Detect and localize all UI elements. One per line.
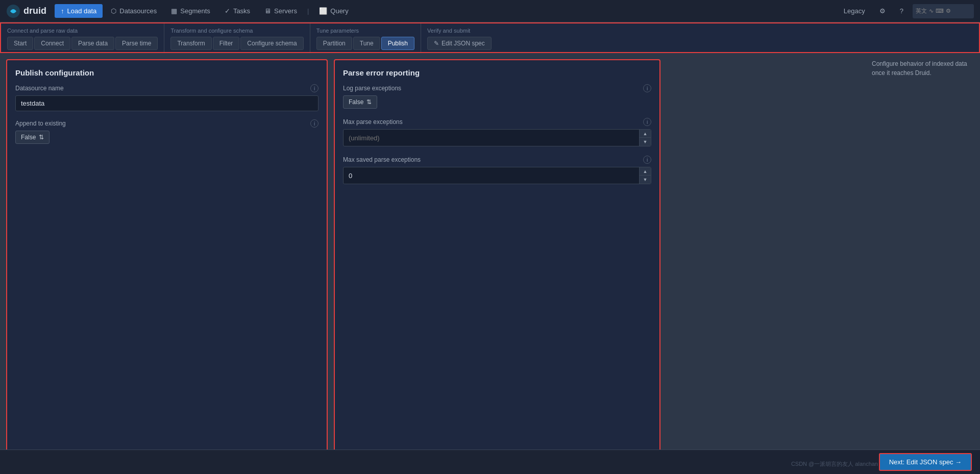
wizard-section-connect: Connect and parse raw data Start Connect… — [1, 23, 164, 52]
max-parse-exceptions-input-row: ▲ ▼ — [343, 129, 651, 146]
max-saved-parse-exceptions-info-icon[interactable]: i — [643, 156, 651, 164]
datasource-name-group: Datasource name i — [15, 84, 318, 111]
sidebar-help-text: Configure behavior of indexed data once … — [872, 60, 967, 77]
tab-transform[interactable]: Transform — [170, 37, 211, 50]
segments-icon: ▦ — [171, 7, 177, 15]
publish-config-panel: Publish configuration Datasource name i … — [6, 59, 328, 469]
max-saved-parse-exceptions-group: Max saved parse exceptions i ▲ ▼ — [343, 156, 651, 184]
max-parse-exceptions-down[interactable]: ▼ — [640, 138, 651, 146]
nav-load-data[interactable]: ↑ Load data — [55, 4, 103, 18]
nav-datasources[interactable]: ⬡ Datasources — [105, 4, 163, 18]
max-parse-exceptions-label-row: Max parse exceptions i — [343, 118, 651, 126]
max-parse-exceptions-input[interactable] — [344, 131, 639, 145]
ime-toolbar: 英文 ∿ ⌨ ⚙ — [913, 4, 974, 18]
log-parse-exceptions-chevron-icon: ⇅ — [366, 98, 372, 106]
max-parse-exceptions-up[interactable]: ▲ — [640, 130, 651, 138]
append-existing-info-icon[interactable]: i — [310, 119, 318, 128]
log-parse-exceptions-select[interactable]: False ⇅ — [343, 95, 377, 109]
max-saved-parse-exceptions-up[interactable]: ▲ — [640, 167, 651, 176]
wizard-section-title-1: Connect and parse raw data — [7, 28, 158, 34]
wizard-header: Connect and parse raw data Start Connect… — [0, 22, 980, 53]
wizard-section-tune: Tune parameters Partition Tune Publish — [310, 23, 421, 52]
wizard-tabs-2: Transform Filter Configure schema — [170, 37, 303, 50]
append-existing-group: Append to existing i False ⇅ — [15, 119, 318, 144]
tab-parse-data[interactable]: Parse data — [71, 37, 114, 50]
parse-error-title: Parse error reporting — [343, 68, 651, 77]
log-parse-exceptions-label: Log parse exceptions — [343, 85, 401, 92]
servers-icon: 🖥 — [264, 7, 271, 15]
max-saved-parse-exceptions-label-row: Max saved parse exceptions i — [343, 156, 651, 164]
bottom-bar: CSDN @一派胡言的友人 alanchan Next: Edit JSON s… — [0, 450, 980, 474]
help-button[interactable]: ? — [895, 5, 909, 17]
max-saved-parse-exceptions-down[interactable]: ▼ — [640, 176, 651, 184]
nav-items: ↑ Load data ⬡ Datasources ▦ Segments ✓ T… — [55, 4, 839, 18]
wizard-tabs-1: Start Connect Parse data Parse time — [7, 37, 158, 50]
log-parse-exceptions-value: False — [349, 98, 363, 106]
tab-start[interactable]: Start — [7, 37, 33, 50]
next-edit-json-button[interactable]: Next: Edit JSON spec → — [879, 453, 972, 471]
append-existing-chevron-icon: ⇅ — [39, 134, 44, 141]
max-saved-parse-exceptions-label: Max saved parse exceptions — [343, 156, 421, 163]
tab-publish[interactable]: Publish — [381, 37, 414, 50]
nav-segments[interactable]: ▦ Segments — [165, 4, 216, 18]
log-parse-exceptions-label-row: Log parse exceptions i — [343, 84, 651, 92]
datasources-icon: ⬡ — [111, 7, 116, 15]
append-existing-label: Append to existing — [15, 120, 66, 127]
upload-icon: ↑ — [61, 7, 64, 15]
nav-right: Legacy ⚙ ? 英文 ∿ ⌨ ⚙ — [839, 4, 974, 18]
wizard-tabs-3: Partition Tune Publish — [316, 37, 414, 50]
max-parse-exceptions-group: Max parse exceptions i ▲ ▼ — [343, 118, 651, 146]
nav-tasks[interactable]: ✓ Tasks — [218, 4, 256, 18]
max-saved-parse-exceptions-input-row: ▲ ▼ — [343, 167, 651, 184]
wizard-section-transform: Transform and configure schema Transform… — [164, 23, 310, 52]
wizard-section-verify: Verify and submit ✎ Edit JSON spec — [421, 23, 498, 52]
top-nav: druid ↑ Load data ⬡ Datasources ▦ Segmen… — [0, 0, 980, 22]
tab-partition[interactable]: Partition — [316, 37, 352, 50]
wizard-section-title-2: Transform and configure schema — [170, 28, 303, 34]
append-existing-label-row: Append to existing i — [15, 119, 318, 128]
wizard-section-title-3: Tune parameters — [316, 28, 414, 34]
append-existing-select[interactable]: False ⇅ — [15, 131, 50, 144]
max-parse-exceptions-label: Max parse exceptions — [343, 118, 403, 126]
tab-tune[interactable]: Tune — [353, 37, 380, 50]
datasource-name-info-icon[interactable]: i — [310, 84, 318, 92]
logo-text: druid — [23, 6, 46, 16]
nav-separator: | — [305, 7, 311, 15]
max-saved-parse-exceptions-input[interactable] — [344, 168, 639, 183]
log-parse-exceptions-group: Log parse exceptions i False ⇅ — [343, 84, 651, 109]
max-parse-exceptions-info-icon[interactable]: i — [643, 118, 651, 126]
help-icon: ? — [900, 7, 903, 15]
nav-servers[interactable]: 🖥 Servers — [258, 4, 303, 18]
datasource-name-label: Datasource name — [15, 85, 64, 92]
publish-config-title: Publish configuration — [15, 68, 318, 77]
datasource-name-label-row: Datasource name i — [15, 84, 318, 92]
max-parse-exceptions-spinners: ▲ ▼ — [639, 130, 651, 146]
tab-edit-json-spec[interactable]: ✎ Edit JSON spec — [427, 37, 492, 50]
tab-configure-schema[interactable]: Configure schema — [240, 37, 303, 50]
main-content: Publish configuration Datasource name i … — [0, 53, 980, 474]
wizard-section-title-4: Verify and submit — [427, 28, 492, 34]
wizard-tabs-4: ✎ Edit JSON spec — [427, 37, 492, 50]
datasource-name-input[interactable] — [15, 95, 318, 111]
log-parse-exceptions-info-icon[interactable]: i — [643, 84, 651, 92]
max-saved-parse-exceptions-spinners: ▲ ▼ — [639, 167, 651, 184]
edit-json-icon: ✎ — [434, 40, 439, 47]
settings-icon: ⚙ — [879, 7, 886, 15]
tab-filter[interactable]: Filter — [213, 37, 240, 50]
logo: druid — [6, 4, 46, 18]
legacy-button[interactable]: Legacy — [839, 5, 870, 17]
nav-query[interactable]: ⬜ Query — [313, 4, 354, 18]
settings-button[interactable]: ⚙ — [874, 5, 891, 17]
parse-error-panel: Parse error reporting Log parse exceptio… — [334, 59, 660, 469]
tab-connect[interactable]: Connect — [34, 37, 70, 50]
query-icon: ⬜ — [319, 7, 327, 15]
edit-json-label: Edit JSON spec — [442, 40, 485, 47]
tab-parse-time[interactable]: Parse time — [115, 37, 158, 50]
watermark: CSDN @一派胡言的友人 alanchan — [791, 460, 878, 468]
druid-logo-icon — [6, 4, 20, 18]
append-existing-value: False — [21, 134, 36, 141]
tasks-icon: ✓ — [225, 7, 230, 15]
sidebar-help: Configure behavior of indexed data once … — [872, 59, 974, 78]
